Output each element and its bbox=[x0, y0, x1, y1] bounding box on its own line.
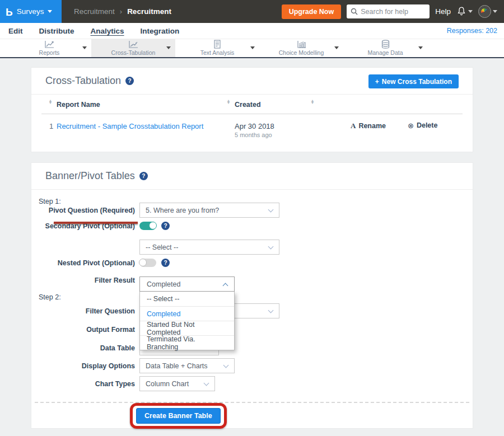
pivot-question-label: Pivot Question (Required) bbox=[31, 207, 135, 214]
display-options-label: Display Options bbox=[31, 362, 135, 370]
tab-choice-modelling[interactable]: Choice Modelling bbox=[259, 39, 343, 57]
chevron-down-icon[interactable] bbox=[82, 46, 87, 49]
option-started-not-completed[interactable]: Started But Not Completed bbox=[140, 321, 234, 335]
banner-pivot-form: Step 1: Pivot Question (Required) 5. Whe… bbox=[31, 190, 473, 429]
document-icon bbox=[213, 40, 222, 49]
secondary-pivot-toggle[interactable] bbox=[139, 222, 156, 230]
account-menu[interactable] bbox=[478, 5, 497, 18]
search-input[interactable] bbox=[361, 8, 422, 16]
help-link[interactable]: Help bbox=[435, 7, 451, 16]
filter-question-label: Filter Question bbox=[31, 307, 135, 315]
tab-manage-data[interactable]: Manage Data bbox=[343, 39, 427, 57]
chevron-down-icon bbox=[493, 10, 497, 13]
bell-icon bbox=[456, 6, 466, 17]
chart-types-value: Column Chart bbox=[146, 380, 189, 388]
tab-label: Cross-Tabulation bbox=[111, 49, 156, 56]
secondary-pivot-select[interactable]: -- Select -- bbox=[139, 240, 279, 255]
created-date: Apr 30 2018 bbox=[235, 122, 274, 130]
filter-result-options: -- Select -- Completed Started But Not C… bbox=[139, 292, 235, 350]
tab-label: Reports bbox=[39, 49, 60, 56]
help-search-box[interactable] bbox=[347, 4, 430, 18]
survey-nav: Edit Distribute Analytics Integration Re… bbox=[0, 23, 504, 39]
nested-pivot-toggle[interactable] bbox=[139, 259, 156, 267]
new-cross-tabulation-button[interactable]: + New Cross Tabulation bbox=[368, 74, 459, 88]
breadcrumb: Recruitment › Recruitment bbox=[74, 7, 171, 16]
column-report-name[interactable]: Report Name bbox=[57, 101, 100, 109]
page-title: Cross-Tabulation bbox=[45, 75, 121, 87]
line-chart-icon bbox=[44, 40, 55, 49]
sort-icon[interactable]: ▲▼ bbox=[48, 100, 53, 104]
banner-pivot-card: Banner/Pivot Tables ? Step 1: Pivot Ques… bbox=[31, 162, 473, 429]
filter-result-select[interactable]: Completed bbox=[139, 276, 235, 292]
output-format-label: Output Format bbox=[31, 326, 135, 334]
delete-icon: ⊗ bbox=[408, 122, 414, 129]
rename-button[interactable]: A Rename bbox=[351, 121, 386, 130]
upgrade-now-button[interactable]: Upgrade Now bbox=[282, 4, 342, 19]
help-circle-icon[interactable]: ? bbox=[139, 172, 148, 180]
avatar-gauge-icon bbox=[478, 5, 491, 18]
rename-icon: A bbox=[351, 121, 356, 130]
chart-types-select[interactable]: Column Chart bbox=[139, 376, 215, 391]
display-options-select[interactable]: Data Table + Charts bbox=[139, 358, 235, 373]
tab-cross-tabulation[interactable]: Cross-Tabulation bbox=[91, 39, 175, 57]
nav-item-edit[interactable]: Edit bbox=[8, 27, 23, 35]
scatter-chart-icon bbox=[128, 40, 139, 49]
chevron-down-icon[interactable] bbox=[166, 46, 171, 49]
responses-count[interactable]: Responses: 202 bbox=[447, 27, 497, 35]
nav-item-analytics[interactable]: Analytics bbox=[91, 27, 124, 35]
nav-item-distribute[interactable]: Distribute bbox=[39, 27, 74, 35]
filter-result-label: Filter Result bbox=[31, 276, 135, 284]
nested-pivot-row: Nested Pivot (Optional) ? bbox=[31, 259, 170, 267]
cross-tabulation-card: Cross-Tabulation ? + New Cross Tabulatio… bbox=[31, 67, 473, 152]
display-options-value: Data Table + Charts bbox=[146, 362, 208, 370]
nav-item-integration[interactable]: Integration bbox=[141, 27, 180, 35]
cross-tabulation-header: Cross-Tabulation ? + New Cross Tabulatio… bbox=[31, 68, 473, 95]
tab-text-analysis[interactable]: Text Analysis bbox=[175, 39, 259, 57]
annotation-red-underline bbox=[54, 222, 138, 224]
chevron-down-icon bbox=[268, 244, 274, 250]
chevron-down-icon bbox=[468, 10, 473, 13]
chevron-down-icon[interactable] bbox=[418, 46, 423, 49]
filter-result-row: Filter Result bbox=[31, 276, 135, 284]
help-circle-icon[interactable]: ? bbox=[161, 259, 170, 267]
pivot-question-value: 5. Where are you from? bbox=[146, 207, 219, 214]
option-select[interactable]: -- Select -- bbox=[140, 292, 234, 306]
chevron-down-icon[interactable] bbox=[250, 46, 255, 49]
option-terminated-branching[interactable]: Terminated Via. Branching bbox=[140, 335, 234, 350]
breadcrumb-separator: › bbox=[120, 7, 122, 16]
chevron-down-icon bbox=[268, 308, 274, 313]
sort-icon[interactable]: ▲▼ bbox=[310, 100, 315, 104]
top-header: P Surveys Recruitment › Recruitment Upgr… bbox=[0, 0, 504, 23]
option-completed[interactable]: Completed bbox=[140, 306, 234, 321]
surveys-menu[interactable]: P Surveys bbox=[0, 0, 62, 23]
plus-icon: + bbox=[375, 78, 379, 86]
tab-reports[interactable]: Reports bbox=[7, 39, 91, 57]
chevron-down-icon bbox=[204, 381, 209, 386]
chevron-down-icon[interactable] bbox=[334, 46, 339, 49]
table-row: 1 Recruitment - Sample Crosstabulation R… bbox=[41, 114, 463, 149]
sort-icon[interactable]: ▲▼ bbox=[226, 100, 231, 104]
delete-button[interactable]: ⊗ Delete bbox=[408, 121, 437, 129]
filter-result-open-dropdown: Completed -- Select -- Completed Started… bbox=[139, 276, 235, 350]
created-relative: 5 months ago bbox=[235, 132, 272, 138]
report-name-link[interactable]: Recruitment - Sample Crosstabulation Rep… bbox=[57, 122, 203, 130]
tab-label: Choice Modelling bbox=[279, 49, 324, 56]
help-circle-icon[interactable]: ? bbox=[125, 77, 134, 85]
report-table-header: ▲▼ Report Name ▲▼ Created ▲▼ bbox=[41, 95, 463, 114]
column-created[interactable]: Created bbox=[235, 101, 261, 109]
secondary-select-row: -- Select -- bbox=[31, 240, 279, 255]
create-banner-table-button[interactable]: Create Banner Table bbox=[136, 408, 221, 424]
notifications-menu[interactable] bbox=[456, 6, 473, 17]
chart-types-label: Chart Types bbox=[31, 380, 135, 388]
questionpro-app: P Surveys Recruitment › Recruitment Upgr… bbox=[0, 0, 504, 429]
breadcrumb-parent[interactable]: Recruitment bbox=[74, 7, 115, 16]
bar-chart-icon bbox=[296, 40, 307, 49]
tab-label: Text Analysis bbox=[200, 49, 235, 56]
header-right-controls: Upgrade Now Help bbox=[282, 0, 497, 23]
banner-pivot-header: Banner/Pivot Tables ? bbox=[31, 163, 473, 190]
pivot-question-select[interactable]: 5. Where are you from? bbox=[139, 203, 279, 218]
section-title: Banner/Pivot Tables bbox=[45, 170, 135, 182]
chevron-down-icon bbox=[223, 363, 229, 368]
display-options-row: Display Options Data Table + Charts bbox=[31, 358, 235, 373]
help-circle-icon[interactable]: ? bbox=[161, 222, 170, 230]
